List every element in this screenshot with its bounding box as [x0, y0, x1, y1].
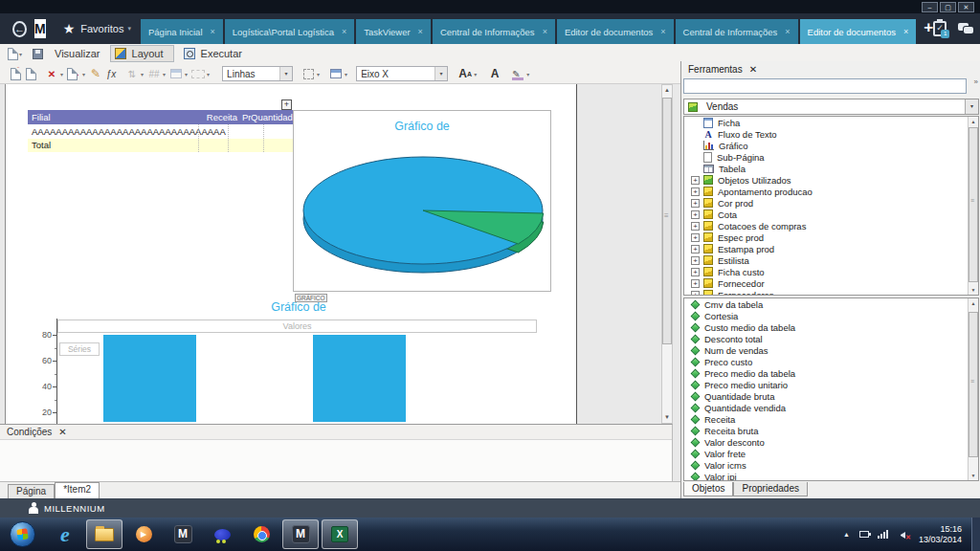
- tree-item[interactable]: +Cota: [684, 209, 978, 220]
- chevron-down-icon[interactable]: ▾: [965, 99, 978, 114]
- tree-item[interactable]: +Fornecedores: [684, 289, 978, 296]
- chevron-down-icon[interactable]: ▾: [185, 71, 188, 77]
- table-move-handle[interactable]: +: [281, 99, 292, 110]
- expand-icon[interactable]: +: [691, 233, 700, 242]
- expand-icon[interactable]: +: [691, 222, 700, 231]
- tree-item[interactable]: +Ficha custo: [684, 266, 978, 277]
- bar-chart-x-header[interactable]: Valores: [57, 320, 537, 333]
- fill-color-icon[interactable]: [510, 66, 525, 81]
- show-desktop-button[interactable]: [971, 518, 980, 551]
- tree-item[interactable]: +Estampa prod: [684, 243, 978, 254]
- back-button[interactable]: ←: [12, 21, 27, 37]
- chevron-down-icon[interactable]: ▾: [474, 71, 477, 77]
- field-item[interactable]: Preco custo: [684, 356, 978, 367]
- network-signal-icon[interactable]: [878, 530, 889, 539]
- favorites-menu[interactable]: Favoritos: [80, 23, 123, 34]
- nav-tab[interactable]: Central de Informações×: [676, 19, 798, 44]
- page-tab[interactable]: *Item2: [55, 482, 100, 498]
- formula-icon[interactable]: ƒx: [103, 66, 119, 81]
- tab-close-icon[interactable]: ×: [342, 27, 346, 36]
- expand-icon[interactable]: +: [691, 291, 700, 297]
- pie-chart-frame[interactable]: Gráfico de: [293, 110, 551, 292]
- tree-item[interactable]: +Cor prod: [684, 197, 978, 209]
- delete-icon[interactable]: ✕: [44, 66, 59, 81]
- minimize-button[interactable]: –: [922, 2, 938, 12]
- page-icon[interactable]: [23, 66, 38, 81]
- eixo-x-combobox[interactable]: Eixo X▾: [356, 66, 448, 81]
- tree-item[interactable]: Tabela: [684, 163, 978, 174]
- dataset-combobox[interactable]: Vendas ▾: [683, 99, 979, 115]
- messages-icon[interactable]: [958, 23, 973, 34]
- scroll-down-arrow[interactable]: ▼: [662, 412, 672, 423]
- taskbar-app-creature[interactable]: [204, 519, 240, 549]
- field-item[interactable]: Receita bruta: [684, 425, 978, 436]
- field-item[interactable]: Cmv da tabela: [684, 298, 978, 310]
- tools-tab-objetos[interactable]: Objetos: [683, 482, 733, 496]
- linhas-combobox[interactable]: Linhas▾: [222, 66, 293, 81]
- nav-tab[interactable]: Central de Informações×: [433, 19, 555, 44]
- bar-chart-legend[interactable]: Séries: [59, 342, 100, 356]
- field-item[interactable]: Preco medio da tabela: [684, 367, 978, 379]
- expand-icon[interactable]: +: [691, 256, 700, 265]
- tree-item[interactable]: Sub-Página: [684, 151, 978, 163]
- maximize-button[interactable]: ▢: [940, 2, 956, 12]
- tab-close-icon[interactable]: ×: [418, 27, 423, 36]
- chevron-down-icon[interactable]: ▾: [317, 71, 320, 77]
- visualizar-button[interactable]: Visualizar: [55, 48, 100, 59]
- tree-item[interactable]: +Apontamento producao: [684, 186, 978, 197]
- insert-page-icon[interactable]: *: [8, 66, 23, 81]
- tab-close-icon[interactable]: ×: [543, 27, 547, 36]
- taskbar-app-ie[interactable]: e: [47, 519, 83, 549]
- nav-tab[interactable]: Editor de documentos×: [800, 19, 917, 44]
- app-logo[interactable]: M: [34, 19, 46, 38]
- chevron-down-icon[interactable]: ▾: [60, 71, 63, 77]
- taskbar-app-explorer[interactable]: [86, 519, 122, 549]
- field-item[interactable]: Desconto total: [684, 333, 978, 344]
- condicoes-close-icon[interactable]: ✕: [58, 427, 66, 437]
- grid-icon[interactable]: [168, 66, 184, 81]
- border-style-icon[interactable]: [301, 66, 316, 81]
- tree-item[interactable]: +Cotacoes de compras: [684, 220, 978, 231]
- scroll-up-arrow[interactable]: ▲: [969, 117, 978, 126]
- scroll-down-arrow[interactable]: ▼: [969, 285, 978, 295]
- chevron-down-icon[interactable]: ▾: [345, 71, 347, 77]
- chevron-down-icon[interactable]: ▾: [434, 67, 447, 80]
- document-page[interactable]: + Filial Receita Pr Quantidade AAAAAAAAA…: [5, 84, 577, 424]
- font-size-icon[interactable]: AA: [457, 66, 473, 81]
- close-button[interactable]: ✕: [958, 2, 974, 12]
- report-table[interactable]: Filial Receita Pr Quantidade AAAAAAAAAAA…: [28, 110, 295, 152]
- numbering-icon[interactable]: ##: [146, 66, 162, 81]
- bar-chart-bar[interactable]: [313, 335, 406, 422]
- expand-icon[interactable]: +: [691, 210, 700, 219]
- tree-scrollbar[interactable]: ▲ ▼: [968, 117, 978, 295]
- fields-scrollbar[interactable]: ▲ ▼: [968, 298, 978, 480]
- nav-tab[interactable]: Logística\Portal Logística×: [225, 19, 354, 44]
- chevron-down-icon[interactable]: ▾: [82, 71, 85, 77]
- executar-button[interactable]: Executar: [201, 48, 242, 59]
- scrollbar-thumb[interactable]: [969, 312, 978, 457]
- textbox-icon[interactable]: [190, 66, 206, 81]
- tree-item[interactable]: +Espec prod: [684, 231, 978, 243]
- chevron-down-icon[interactable]: ▾: [163, 71, 166, 77]
- tab-close-icon[interactable]: ×: [660, 27, 665, 36]
- field-item[interactable]: Receita: [684, 413, 978, 425]
- nav-tab[interactable]: Página Inicial×: [141, 19, 223, 44]
- chevron-down-icon[interactable]: ▾: [207, 71, 210, 77]
- wand-icon[interactable]: ✎: [88, 66, 103, 81]
- sort-icon[interactable]: ⇅: [124, 66, 140, 81]
- bar-chart-bar[interactable]: [103, 335, 196, 422]
- new-document-icon[interactable]: [8, 48, 18, 60]
- field-item[interactable]: Valor frete: [684, 448, 978, 459]
- font-icon[interactable]: A: [487, 66, 502, 81]
- copy-special-icon[interactable]: →: [66, 66, 81, 81]
- expand-icon[interactable]: +: [691, 187, 700, 196]
- tools-search-input[interactable]: [683, 78, 967, 94]
- field-item[interactable]: Quantidade vendida: [684, 402, 978, 413]
- new-tab-button[interactable]: +: [924, 18, 933, 37]
- taskbar-app-chrome[interactable]: [243, 519, 279, 549]
- start-button[interactable]: [10, 521, 35, 547]
- save-icon[interactable]: [33, 49, 43, 59]
- executar-icon[interactable]: [184, 48, 195, 59]
- scroll-down-arrow[interactable]: ▼: [969, 471, 978, 480]
- tree-item[interactable]: Gráfico: [684, 140, 978, 151]
